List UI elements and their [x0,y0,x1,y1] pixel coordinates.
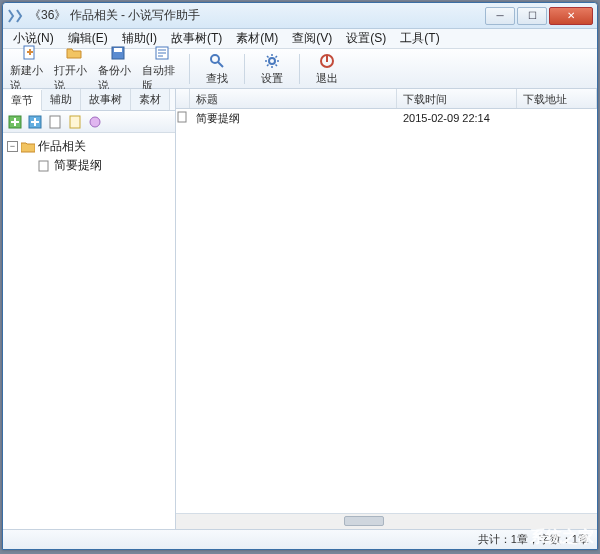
row-icon [176,110,190,126]
folder-open-icon [21,141,35,153]
left-icon-bar [3,111,175,133]
collapse-icon[interactable]: − [7,141,18,152]
list-header: 标题 下载时间 下载地址 [176,89,597,109]
list-body[interactable]: 简要提纲 2015-02-09 22:14 [176,109,597,513]
search-button[interactable]: 查找 [196,51,238,87]
svg-rect-9 [50,116,60,128]
menu-settings[interactable]: 设置(S) [340,28,392,49]
backup-novel-button[interactable]: 备份小说 [97,51,139,87]
svg-rect-12 [39,161,48,171]
app-icon [7,8,23,24]
main-body: 章节 辅助 故事树 素材 − 作品相关 [3,89,597,529]
right-panel: 标题 下载时间 下载地址 简要提纲 2015-02-09 22:14 [176,89,597,529]
settings-button[interactable]: 设置 [251,51,293,87]
toolbar-separator [299,54,300,84]
col-icon[interactable] [176,89,190,108]
col-time[interactable]: 下载时间 [397,89,517,108]
page-icon[interactable] [47,114,63,130]
open-folder-icon [65,44,83,62]
open-novel-button[interactable]: 打开小说 [53,51,95,87]
gear-icon [263,52,281,70]
tree-node-child[interactable]: 简要提纲 [21,156,173,175]
toolbar-separator [244,54,245,84]
tab-material[interactable]: 素材 [131,89,170,110]
col-title[interactable]: 标题 [190,89,397,108]
exit-button[interactable]: 退出 [306,51,348,87]
add-icon[interactable] [7,114,23,130]
menu-storytree[interactable]: 故事树(T) [165,28,228,49]
svg-point-4 [211,55,219,63]
svg-point-5 [269,58,275,64]
new-doc-icon [21,44,39,62]
toolbar: 新建小说 打开小说 备份小说 自动排版 查找 设置 退出 [3,49,597,89]
toolbar-label: 退出 [316,71,338,86]
row-title: 简要提纲 [190,110,397,127]
svg-rect-13 [178,112,186,122]
tab-storytree[interactable]: 故事树 [81,89,131,110]
new-novel-button[interactable]: 新建小说 [9,51,51,87]
tree-child-label: 简要提纲 [54,157,102,174]
row-time: 2015-02-09 22:14 [397,111,517,125]
toolbar-label: 设置 [261,71,283,86]
application-window: 《36》 作品相关 - 小说写作助手 ─ ☐ ✕ 小说(N) 编辑(E) 辅助(… [2,2,598,550]
row-url [517,117,597,119]
maximize-button[interactable]: ☐ [517,7,547,25]
layout-icon [153,44,171,62]
close-button[interactable]: ✕ [549,7,593,25]
misc-icon[interactable] [87,114,103,130]
svg-rect-10 [70,116,80,128]
tree-node-root[interactable]: − 作品相关 [5,137,173,156]
svg-point-11 [90,117,100,127]
toolbar-label: 查找 [206,71,228,86]
minimize-button[interactable]: ─ [485,7,515,25]
toolbar-separator [189,54,190,84]
tab-chapters[interactable]: 章节 [3,90,42,111]
note-icon[interactable] [67,114,83,130]
left-tabs: 章节 辅助 故事树 素材 [3,89,175,111]
page-icon [37,160,51,172]
auto-layout-button[interactable]: 自动排版 [141,51,183,87]
window-controls: ─ ☐ ✕ [485,7,593,25]
menubar: 小说(N) 编辑(E) 辅助(I) 故事树(T) 素材(M) 查阅(V) 设置(… [3,29,597,49]
menu-tools[interactable]: 工具(T) [394,28,445,49]
navigation-tree[interactable]: − 作品相关 简要提纲 [3,133,175,529]
tree-branch-icon [23,160,34,171]
titlebar: 《36》 作品相关 - 小说写作助手 ─ ☐ ✕ [3,3,597,29]
menu-material[interactable]: 素材(M) [230,28,284,49]
save-icon [109,44,127,62]
search-icon [208,52,226,70]
left-panel: 章节 辅助 故事树 素材 − 作品相关 [3,89,176,529]
tab-assist[interactable]: 辅助 [42,89,81,110]
add2-icon[interactable] [27,114,43,130]
scrollbar-thumb[interactable] [344,516,384,526]
tree-root-label: 作品相关 [38,138,86,155]
svg-rect-2 [114,48,122,52]
watermark: 系统之家 [530,527,594,548]
col-url[interactable]: 下载地址 [517,89,597,108]
menu-view[interactable]: 查阅(V) [286,28,338,49]
statusbar: 共计：1章，字数：1章 [3,529,597,549]
window-title: 《36》 作品相关 - 小说写作助手 [29,7,485,24]
exit-icon [318,52,336,70]
list-row[interactable]: 简要提纲 2015-02-09 22:14 [176,109,597,127]
